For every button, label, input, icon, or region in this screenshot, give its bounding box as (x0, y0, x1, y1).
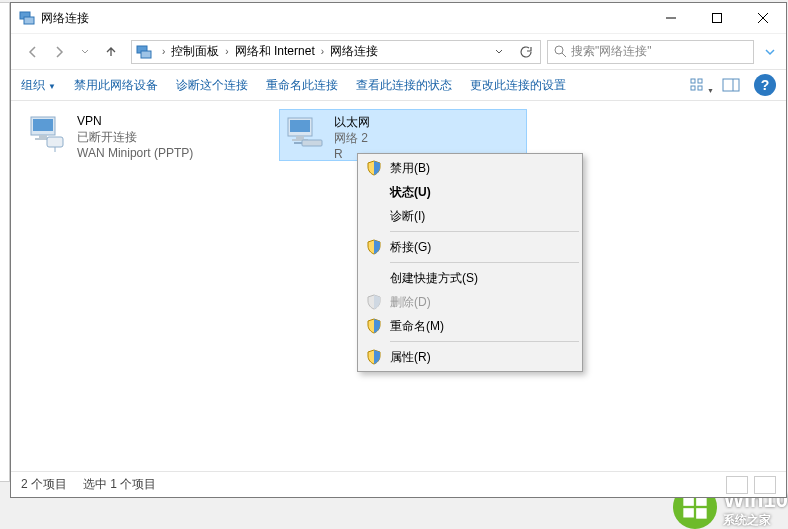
ethernet-status: 网络 2 (334, 130, 370, 146)
recent-locations-dropdown[interactable] (73, 40, 97, 64)
ctx-create-shortcut[interactable]: 创建快捷方式(S) (360, 266, 580, 290)
chevron-right-icon[interactable]: › (317, 46, 328, 57)
shield-icon (366, 349, 382, 365)
selection-count: 选中 1 个项目 (83, 476, 156, 493)
ctx-rename[interactable]: 重命名(M) (360, 314, 580, 338)
item-count: 2 个项目 (21, 476, 67, 493)
svg-rect-3 (697, 508, 708, 519)
svg-rect-16 (691, 86, 695, 90)
chevron-right-icon[interactable]: › (158, 46, 169, 57)
search-placeholder: 搜索"网络连接" (571, 43, 652, 60)
search-icon (554, 45, 567, 58)
svg-rect-18 (723, 79, 739, 91)
preview-pane-button[interactable] (720, 74, 742, 96)
svg-rect-28 (296, 136, 304, 139)
close-button[interactable] (740, 3, 786, 33)
svg-rect-21 (33, 119, 53, 131)
disable-device-button[interactable]: 禁用此网络设备 (74, 77, 158, 94)
expand-ribbon-button[interactable] (758, 40, 782, 64)
svg-rect-7 (713, 14, 722, 23)
diagnose-button[interactable]: 诊断这个连接 (176, 77, 248, 94)
rename-button[interactable]: 重命名此连接 (266, 77, 338, 94)
separator (390, 262, 579, 263)
shield-icon (366, 294, 382, 310)
maximize-button[interactable] (694, 3, 740, 33)
address-icon (136, 44, 152, 60)
svg-line-13 (562, 53, 566, 57)
breadcrumb-network-internet[interactable]: 网络和 Internet (233, 43, 317, 60)
shield-icon (366, 160, 382, 176)
navigation-bar: › 控制面板 › 网络和 Internet › 网络连接 搜索"网络连接" (11, 33, 786, 69)
ctx-status[interactable]: 状态(U) (360, 180, 580, 204)
organize-menu[interactable]: 组织▼ (21, 77, 56, 94)
connection-vpn[interactable]: VPN 已断开连接 WAN Miniport (PPTP) (23, 109, 271, 161)
command-bar: 组织▼ 禁用此网络设备 诊断这个连接 重命名此连接 查看此连接的状态 更改此连接… (11, 69, 786, 101)
view-options-button[interactable]: ▼ (686, 74, 708, 96)
separator (390, 231, 579, 232)
breadcrumb-network-connections[interactable]: 网络连接 (328, 43, 380, 60)
address-bar[interactable]: › 控制面板 › 网络和 Internet › 网络连接 (131, 40, 541, 64)
svg-rect-5 (24, 17, 34, 24)
left-panel-edge (0, 2, 10, 482)
svg-rect-11 (141, 51, 151, 58)
svg-rect-15 (698, 79, 702, 83)
explorer-window: 网络连接 › 控制面板 › 网络和 Internet › 网络连接 (10, 2, 787, 498)
icons-view-button[interactable] (754, 476, 776, 494)
svg-rect-30 (302, 140, 322, 146)
svg-rect-2 (684, 508, 695, 517)
shield-icon (366, 239, 382, 255)
refresh-button[interactable] (514, 41, 536, 63)
context-menu: 禁用(B) 状态(U) 诊断(I) 桥接(G) 创建快捷方式(S) 删除(D) … (357, 153, 583, 372)
vpn-name: VPN (77, 113, 193, 129)
ctx-bridge[interactable]: 桥接(G) (360, 235, 580, 259)
back-button[interactable] (21, 40, 45, 64)
vpn-device: WAN Miniport (PPTP) (77, 145, 193, 161)
chevron-right-icon[interactable]: › (221, 46, 232, 57)
ctx-properties[interactable]: 属性(R) (360, 345, 580, 369)
up-button[interactable] (99, 40, 123, 64)
view-status-button[interactable]: 查看此连接的状态 (356, 77, 452, 94)
vpn-status: 已断开连接 (77, 129, 193, 145)
titlebar[interactable]: 网络连接 (11, 3, 786, 33)
svg-rect-22 (39, 135, 47, 138)
status-bar: 2 个项目 选中 1 个项目 (11, 471, 786, 497)
breadcrumb-control-panel[interactable]: 控制面板 (169, 43, 221, 60)
shield-icon (366, 318, 382, 334)
minimize-button[interactable] (648, 3, 694, 33)
forward-button[interactable] (47, 40, 71, 64)
network-connections-icon (19, 10, 35, 26)
separator (390, 341, 579, 342)
ethernet-adapter-icon (282, 112, 326, 156)
svg-rect-17 (698, 86, 702, 90)
svg-rect-24 (47, 137, 63, 147)
svg-point-12 (555, 46, 563, 54)
details-view-button[interactable] (726, 476, 748, 494)
change-settings-button[interactable]: 更改此连接的设置 (470, 77, 566, 94)
ctx-delete: 删除(D) (360, 290, 580, 314)
ctx-disable[interactable]: 禁用(B) (360, 156, 580, 180)
ctx-diagnose[interactable]: 诊断(I) (360, 204, 580, 228)
vpn-adapter-icon (25, 111, 69, 155)
svg-rect-14 (691, 79, 695, 83)
window-title: 网络连接 (41, 10, 89, 27)
search-box[interactable]: 搜索"网络连接" (547, 40, 754, 64)
help-button[interactable]: ? (754, 74, 776, 96)
titlebar-controls (648, 3, 786, 33)
svg-rect-27 (290, 120, 310, 132)
ethernet-name: 以太网 (334, 114, 370, 130)
address-dropdown[interactable] (488, 41, 510, 63)
